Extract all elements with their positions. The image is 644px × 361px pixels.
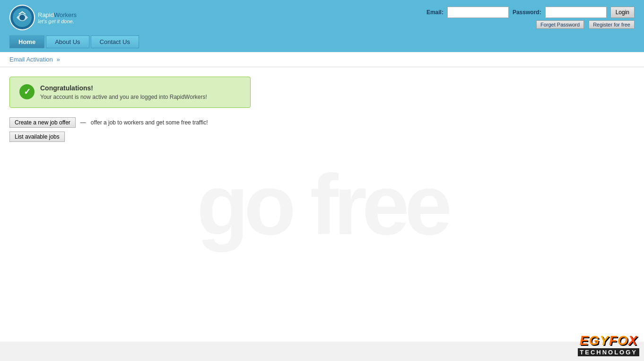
- login-button[interactable]: Login: [610, 7, 635, 18]
- create-job-row: Create a new job offer — offer a job to …: [9, 117, 635, 128]
- main-content: go free ✓ Congratulations! Your account …: [0, 67, 644, 342]
- logo-tagline: let's get it done.: [38, 18, 77, 24]
- logo-icon: [9, 5, 35, 31]
- success-message: Your account is now active and you are l…: [40, 94, 207, 100]
- breadcrumb-bar: Email Activation »: [0, 52, 644, 67]
- navbar: Home About Us Contact Us: [0, 35, 644, 52]
- header-top: Rapid Workers let's get it done. Email: …: [0, 0, 644, 35]
- watermark-text: go free: [197, 156, 447, 254]
- egyfox-bottom: TECHNOLOGY: [578, 348, 639, 356]
- egyfox-top: EGYFOX: [578, 333, 639, 348]
- action-dash: —: [80, 119, 86, 126]
- forget-password-link[interactable]: Forget Password: [536, 20, 584, 29]
- logo-rapid: Rapid: [38, 11, 54, 18]
- nav-about[interactable]: About Us: [46, 35, 89, 48]
- email-label: Email:: [426, 9, 444, 16]
- svg-point-2: [19, 15, 25, 20]
- create-job-button[interactable]: Create a new job offer: [9, 117, 76, 128]
- register-link[interactable]: Register for free: [589, 20, 635, 29]
- email-input[interactable]: [447, 7, 509, 18]
- password-input[interactable]: [545, 7, 607, 18]
- success-box: ✓ Congratulations! Your account is now a…: [9, 77, 251, 108]
- nav-contact[interactable]: Contact Us: [91, 35, 139, 48]
- breadcrumb-arrow: »: [56, 56, 60, 63]
- list-jobs-button[interactable]: List available jobs: [9, 132, 65, 142]
- password-label: Password:: [513, 9, 541, 16]
- success-content: Congratulations! Your account is now act…: [40, 84, 207, 100]
- list-jobs-row: List available jobs: [9, 132, 635, 142]
- success-title: Congratulations!: [40, 84, 207, 92]
- breadcrumb-link[interactable]: Email Activation: [9, 56, 53, 63]
- login-area: Email: Password: Login Forget Password R…: [426, 7, 635, 29]
- watermark: go free: [0, 67, 644, 342]
- login-links: Forget Password Register for free: [536, 20, 635, 29]
- nav-home[interactable]: Home: [9, 35, 44, 48]
- egyfox-badge: EGYFOX TECHNOLOGY: [578, 333, 639, 356]
- login-fields: Email: Password: Login: [426, 7, 635, 18]
- action-area: Create a new job offer — offer a job to …: [9, 117, 635, 142]
- logo-text: Rapid Workers let's get it done.: [38, 11, 77, 24]
- logo-area: Rapid Workers let's get it done.: [9, 5, 77, 31]
- create-job-desc: offer a job to workers and get some free…: [91, 119, 208, 126]
- logo-workers: Workers: [54, 11, 77, 18]
- success-icon: ✓: [19, 84, 35, 99]
